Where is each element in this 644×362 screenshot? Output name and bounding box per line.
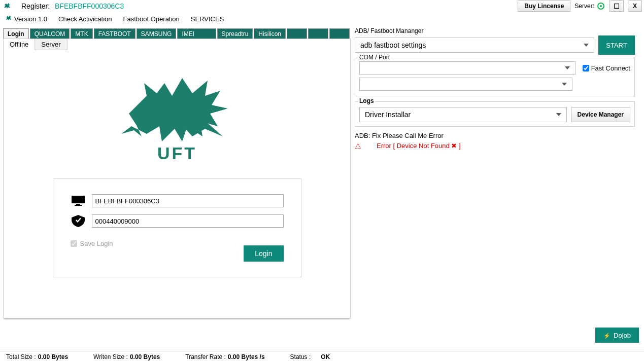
menu-check-activation[interactable]: Check Activication	[58, 15, 112, 23]
sub-tabs: Offline Server	[4, 39, 350, 50]
left-panel: Login QUALCOM MTK FASTBOOT SAMSUNG IMEI …	[0, 25, 353, 321]
shield-icon	[71, 215, 86, 227]
svg-rect-3	[75, 205, 82, 206]
fast-connect-checkbox[interactable]	[583, 65, 589, 71]
register-label: Register:	[21, 2, 50, 10]
separator-bar	[0, 347, 644, 351]
transfer-rate-label: Transfer Rate :	[185, 353, 226, 360]
maximize-button[interactable]	[609, 1, 624, 12]
adb-manager-label: ADB/ Fastboot Mananger	[355, 27, 635, 34]
written-size-value: 0.00 Bytes	[130, 353, 160, 360]
save-login-checkbox[interactable]	[71, 240, 77, 247]
device-manager-button[interactable]: Device Manager	[571, 107, 630, 122]
log-output: ADB: Fix Please Call Me Error ⚠ Error [ …	[355, 131, 635, 152]
buy-license-button[interactable]: Buy Lincense	[518, 1, 570, 12]
tab-offline[interactable]: Offline	[4, 39, 35, 50]
status-bar: Total Size :0.00 Bytes Writen Size :0.00…	[0, 351, 644, 362]
tab-imei-repair[interactable]: IMEI Repair	[177, 28, 216, 39]
menu-version[interactable]: Version 1.0	[5, 15, 47, 23]
tab-server[interactable]: Server	[35, 39, 67, 50]
login-card: Save Login Login	[53, 178, 301, 277]
menu-fastboot-operation[interactable]: Fastboot Operation	[123, 15, 180, 23]
tab-blank-1[interactable]	[287, 28, 307, 39]
log-line-2: Error [ Device Not Found ✖ ]	[377, 141, 461, 151]
tab-qualcom[interactable]: QUALCOM	[30, 28, 70, 39]
dojob-label: Dojob	[614, 332, 631, 339]
main-tabs: Login QUALCOM MTK FASTBOOT SAMSUNG IMEI …	[3, 28, 351, 39]
com-port-select-1[interactable]	[359, 61, 575, 75]
svg-rect-2	[76, 204, 80, 205]
logs-fieldset: Logs Driver Installar Device Manager	[355, 101, 635, 127]
tab-blank-3[interactable]	[329, 28, 350, 39]
save-login-label: Save Login	[80, 240, 113, 247]
tab-blank-2[interactable]	[308, 28, 328, 39]
status-value: OK	[321, 353, 330, 360]
app-icon	[3, 2, 11, 10]
svg-rect-0	[615, 4, 619, 9]
com-port-select-2[interactable]	[359, 78, 572, 91]
log-line-1: ADB: Fix Please Call Me Error	[355, 131, 635, 141]
server-status-icon	[597, 3, 604, 10]
uft-logo: UFT	[101, 65, 253, 167]
tab-hisilicon[interactable]: Hisilicon	[254, 28, 286, 39]
hardware-id-input[interactable]	[92, 194, 284, 207]
monitor-icon	[71, 195, 86, 206]
maximize-icon	[614, 4, 619, 9]
password-input[interactable]	[92, 214, 284, 228]
total-size-label: Total Size :	[6, 353, 36, 360]
bolt-icon	[603, 332, 611, 339]
dragon-icon	[5, 15, 12, 23]
total-size-value: 0.00 Bytes	[38, 353, 68, 360]
menu-version-label: Version 1.0	[14, 15, 47, 23]
close-icon: X	[633, 3, 637, 10]
tab-login[interactable]: Login	[3, 28, 29, 39]
written-size-label: Writen Size :	[93, 353, 128, 360]
transfer-rate-value: 0.00 Bytes /s	[228, 353, 265, 360]
warning-icon: ⚠	[355, 141, 361, 152]
tab-spreadtru[interactable]: Spreadtru	[217, 28, 253, 39]
menubar: Version 1.0 Check Activication Fastboot …	[0, 12, 644, 25]
adb-settings-value: adb fastboot settings	[360, 41, 426, 49]
close-button[interactable]: X	[628, 1, 642, 12]
titlebar: Register: BFEBFBFF000306C3 Buy Lincense …	[0, 0, 644, 12]
tab-samsung[interactable]: SAMSUNG	[137, 28, 177, 39]
logo-area: UFT	[4, 50, 350, 168]
logs-select[interactable]: Driver Installar	[359, 107, 567, 122]
logs-label: Logs	[358, 97, 375, 104]
logs-select-value: Driver Installar	[365, 111, 411, 119]
adb-settings-select[interactable]: adb fastboot settings	[355, 38, 594, 53]
start-button[interactable]: START	[598, 35, 635, 55]
tab-fastboot[interactable]: FASTBOOT	[94, 28, 135, 39]
login-button[interactable]: Login	[244, 245, 283, 262]
dojob-button[interactable]: Dojob	[595, 328, 639, 343]
status-label: Status :	[290, 353, 311, 360]
logo-text: UFT	[157, 143, 196, 163]
com-port-label: COM / Port	[358, 54, 391, 61]
menu-services[interactable]: SERVICES	[191, 15, 224, 23]
server-label: Server:	[574, 3, 594, 10]
tab-mtk[interactable]: MTK	[71, 28, 92, 39]
svg-rect-1	[72, 196, 85, 203]
register-value: BFEBFBFF000306C3	[55, 2, 124, 10]
fast-connect-label: Fast Connect	[591, 64, 630, 72]
com-port-fieldset: COM / Port Fast Connect	[355, 58, 635, 96]
right-panel: ADB/ Fastboot Mananger adb fastboot sett…	[353, 25, 638, 321]
